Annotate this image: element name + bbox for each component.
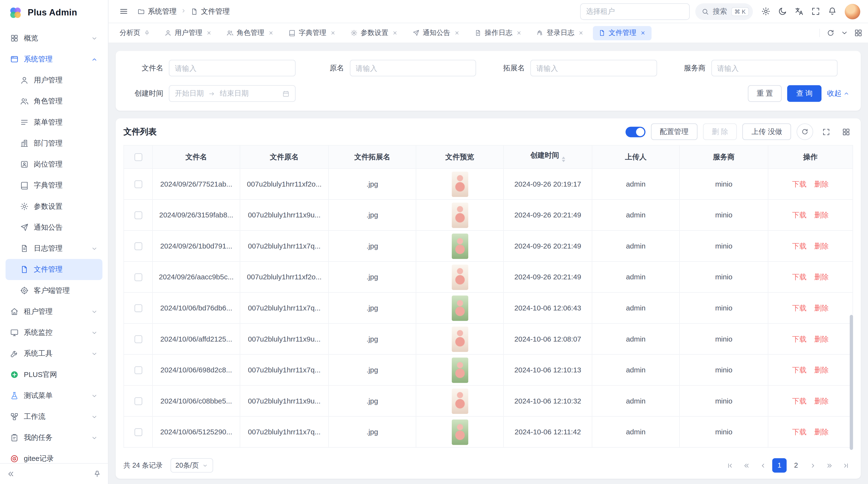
- sidebar-item-post[interactable]: 岗位管理: [5, 154, 102, 175]
- sidebar-item-notice[interactable]: 通知公告: [5, 217, 102, 238]
- row-checkbox[interactable]: [134, 181, 142, 188]
- filter-input-extension[interactable]: [530, 60, 657, 76]
- file-preview-image[interactable]: [452, 233, 468, 259]
- breadcrumb-item-system[interactable]: 系统管理: [137, 6, 177, 16]
- download-link[interactable]: 下载: [792, 396, 807, 405]
- file-preview-image[interactable]: [452, 171, 468, 197]
- prev-5-pages-button[interactable]: [739, 458, 753, 473]
- file-preview-image[interactable]: [452, 326, 468, 352]
- settings-button[interactable]: [758, 4, 773, 19]
- tab-notice[interactable]: 通知公告: [406, 26, 465, 40]
- app-logo[interactable]: Plus Admin: [0, 0, 108, 26]
- collapse-sidebar-icon[interactable]: [7, 470, 15, 478]
- sidebar-item-param[interactable]: 参数设置: [5, 196, 102, 217]
- page-2-button[interactable]: 2: [789, 458, 803, 473]
- file-preview-image[interactable]: [452, 264, 468, 290]
- page-size-select[interactable]: 20条/页: [170, 458, 213, 473]
- upload-button[interactable]: 上传 没做: [743, 123, 791, 140]
- filter-input-file-name[interactable]: [169, 60, 296, 76]
- delete-link[interactable]: 删除: [814, 180, 829, 188]
- sidebar-item-menu[interactable]: 菜单管理: [5, 112, 102, 133]
- sidebar-item-user[interactable]: 用户管理: [5, 70, 102, 91]
- row-checkbox[interactable]: [134, 212, 142, 219]
- column-header[interactable]: 创建时间: [503, 146, 592, 168]
- delete-link[interactable]: 删除: [814, 428, 829, 436]
- download-link[interactable]: 下载: [792, 272, 807, 281]
- fullscreen-button[interactable]: [808, 4, 823, 19]
- tab-dict[interactable]: 字典管理: [283, 26, 341, 40]
- delete-link[interactable]: 删除: [814, 396, 829, 405]
- next-5-pages-button[interactable]: [822, 458, 836, 473]
- tab-param[interactable]: 参数设置: [345, 26, 403, 40]
- row-checkbox[interactable]: [134, 273, 142, 281]
- download-link[interactable]: 下载: [792, 180, 807, 188]
- sidebar-item-system[interactable]: 系统管理: [5, 49, 102, 70]
- file-preview-image[interactable]: [452, 357, 468, 383]
- delete-link[interactable]: 删除: [814, 365, 829, 374]
- sidebar-item-dict[interactable]: 字典管理: [5, 175, 102, 196]
- sidebar-item-tasks[interactable]: 我的任务: [5, 427, 102, 448]
- toggle-sidebar-button[interactable]: [116, 4, 131, 19]
- row-checkbox[interactable]: [134, 397, 142, 405]
- tab-user[interactable]: 用户管理: [159, 26, 217, 40]
- delete-link[interactable]: 删除: [814, 211, 829, 219]
- sidebar-item-plus-site[interactable]: PLUS官网: [5, 364, 102, 385]
- sidebar-item-overview[interactable]: 概览: [5, 28, 102, 49]
- toggle-switch[interactable]: [625, 127, 646, 137]
- tab-op-log[interactable]: 操作日志: [468, 26, 527, 40]
- refresh-table-button[interactable]: [797, 123, 813, 140]
- row-checkbox[interactable]: [134, 304, 142, 312]
- collapse-filters-link[interactable]: 收起: [827, 89, 850, 98]
- delete-link[interactable]: 删除: [814, 241, 829, 250]
- download-link[interactable]: 下载: [792, 241, 807, 250]
- page-1-button[interactable]: 1: [772, 458, 787, 473]
- filter-input-provider[interactable]: [711, 60, 838, 76]
- file-preview-image[interactable]: [452, 295, 468, 321]
- tenant-select[interactable]: [580, 3, 689, 20]
- download-link[interactable]: 下载: [792, 428, 807, 436]
- sidebar-item-monitor[interactable]: 系统监控: [5, 322, 102, 343]
- sidebar-item-client[interactable]: 客户端管理: [5, 280, 102, 301]
- sidebar-item-tenant[interactable]: 租户管理: [5, 301, 102, 322]
- select-all-checkbox[interactable]: [134, 154, 142, 161]
- file-preview-image[interactable]: [452, 419, 468, 445]
- date-range-input[interactable]: 开始日期 结束日期: [169, 85, 296, 102]
- file-preview-image[interactable]: [452, 388, 468, 414]
- breadcrumb-item-file[interactable]: 文件管理: [190, 6, 230, 16]
- next-page-button[interactable]: [806, 458, 820, 473]
- download-link[interactable]: 下载: [792, 211, 807, 219]
- delete-link[interactable]: 删除: [814, 334, 829, 343]
- table-scrollbar-thumb[interactable]: [850, 315, 853, 450]
- row-checkbox[interactable]: [134, 428, 142, 436]
- global-search[interactable]: 搜索 ⌘ K: [695, 3, 753, 20]
- filter-input-original-name[interactable]: [350, 60, 476, 76]
- delete-link[interactable]: 删除: [814, 272, 829, 281]
- config-button[interactable]: 配置管理: [651, 123, 697, 140]
- delete-link[interactable]: 删除: [814, 303, 829, 312]
- tab-analysis[interactable]: 分析页: [114, 26, 155, 40]
- reset-button[interactable]: 重 置: [748, 85, 782, 102]
- search-button[interactable]: 查 询: [787, 85, 822, 102]
- row-checkbox[interactable]: [134, 366, 142, 374]
- tab-file[interactable]: 文件管理: [593, 26, 651, 40]
- sidebar-item-log[interactable]: 日志管理: [5, 238, 102, 259]
- translate-button[interactable]: [792, 4, 806, 19]
- row-checkbox[interactable]: [134, 335, 142, 343]
- tab-login-log[interactable]: 登录日志: [531, 26, 589, 40]
- sort-icons[interactable]: [562, 155, 565, 164]
- column-settings-button[interactable]: [839, 125, 853, 139]
- download-link[interactable]: 下载: [792, 303, 807, 312]
- sidebar-item-tools[interactable]: 系统工具: [5, 343, 102, 364]
- prev-page-button[interactable]: [756, 458, 770, 473]
- refresh-tabs-icon[interactable]: [827, 29, 835, 37]
- file-preview-image[interactable]: [452, 202, 468, 228]
- fullscreen-table-button[interactable]: [819, 125, 833, 139]
- sidebar-item-test[interactable]: 测试菜单: [5, 385, 102, 406]
- tab-role[interactable]: 角色管理: [221, 26, 279, 40]
- delete-button[interactable]: 删 除: [703, 123, 737, 140]
- pin-sidebar-icon[interactable]: [93, 470, 101, 478]
- sidebar-item-gitee[interactable]: gitee记录: [5, 448, 102, 463]
- sidebar-item-workflow[interactable]: 工作流: [5, 406, 102, 427]
- layout-settings-icon[interactable]: [854, 29, 863, 37]
- download-link[interactable]: 下载: [792, 334, 807, 343]
